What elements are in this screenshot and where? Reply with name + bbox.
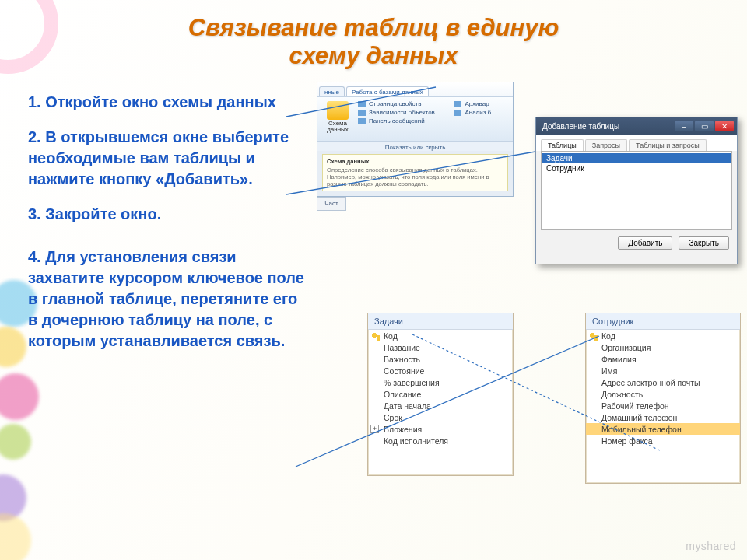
field-row[interactable]: Дата начала: [368, 400, 513, 411]
dialog-tab-queries[interactable]: Запросы: [585, 139, 627, 151]
step-3: 3. Закройте окно.: [28, 204, 308, 225]
watermark: myshared: [686, 540, 736, 552]
ribbon-item-anal[interactable]: Анализ б: [454, 108, 510, 117]
field-row[interactable]: Должность: [586, 388, 740, 400]
ribbon-small-buttons: Страница свойств Зависимости объектов Па…: [358, 100, 451, 141]
dialog-title: Добавление таблицы: [542, 122, 619, 131]
ribbon-side-fragment: Част: [317, 197, 346, 211]
tooltip-title: Схема данных: [327, 158, 503, 165]
dialog-tab-tables[interactable]: Таблицы: [541, 139, 584, 151]
field-row[interactable]: Состояние: [368, 365, 513, 376]
field-row[interactable]: Организация: [586, 341, 740, 353]
fieldlist-title: Сотрудник: [586, 313, 740, 330]
decorative-blob: [0, 424, 31, 460]
ribbon-item-arch[interactable]: Архивар: [454, 100, 510, 108]
ribbon-tab-database-tools[interactable]: Работа с базами данных: [346, 86, 429, 96]
add-table-dialog: Добавление таблицы – ▭ ✕ Таблицы Запросы…: [535, 117, 738, 264]
field-row[interactable]: Имя: [586, 365, 740, 376]
field-row[interactable]: + Вложения: [368, 423, 513, 435]
field-row[interactable]: Срок: [368, 411, 513, 423]
step-2: 2. В открывшемся окне выберите необходим…: [28, 127, 308, 190]
field-row[interactable]: Код исполнителя: [368, 435, 513, 446]
window-buttons: – ▭ ✕: [675, 121, 734, 131]
ribbon-toolrow: Схема данных Страница свойств Зависимост…: [317, 96, 513, 142]
field-row[interactable]: Рабочий телефон: [586, 400, 740, 411]
expand-icon[interactable]: +: [370, 425, 379, 433]
close-icon[interactable]: ✕: [715, 121, 734, 131]
field-row[interactable]: Код: [586, 330, 740, 341]
list-item[interactable]: Задачи: [542, 153, 731, 163]
decorative-blob: [0, 327, 26, 367]
instruction-list: 1. Откройте окно схемы данных 2. В откры…: [28, 92, 308, 366]
title-line-2: схему данных: [289, 42, 458, 69]
field-row[interactable]: Описание: [368, 388, 513, 400]
add-button[interactable]: Добавить: [618, 236, 672, 250]
step-1: 1. Откройте окно схемы данных: [28, 92, 308, 113]
field-row[interactable]: Код: [368, 330, 513, 341]
step-4: 4. Для установления связи захватите курс…: [28, 247, 308, 352]
schema-button-label: Схема данных: [327, 120, 349, 133]
dialog-listbox[interactable]: Задачи Сотрудник: [541, 151, 732, 230]
ribbon-tab-data[interactable]: нные: [319, 86, 345, 96]
ribbon-item-msgs[interactable]: Панель сообщений: [358, 117, 451, 125]
dialog-tabs: Таблицы Запросы Таблицы и запросы: [536, 135, 737, 151]
ribbon-screenshot: нные Работа с базами данных Схема данных…: [317, 82, 514, 197]
slide-title: Связывание таблиц в единую схему данных: [0, 0, 747, 69]
table-fieldlist-employee[interactable]: Сотрудник Код Организация Фамилия Имя Ад…: [585, 313, 741, 484]
minimize-icon[interactable]: –: [675, 121, 693, 131]
title-line-1: Связывание таблиц в единую: [188, 14, 559, 41]
ribbon-item-deps[interactable]: Зависимости объектов: [358, 108, 451, 117]
table-fieldlist-tasks[interactable]: Задачи Код Название Важность Состояние %…: [367, 313, 514, 476]
field-label: Вложения: [384, 425, 422, 434]
field-row[interactable]: Адрес электронной почты: [586, 376, 740, 388]
dialog-titlebar[interactable]: Добавление таблицы – ▭ ✕: [536, 117, 737, 135]
field-row[interactable]: Мобильный телефон: [586, 423, 740, 435]
field-row[interactable]: Номер факса: [586, 435, 740, 446]
maximize-icon[interactable]: ▭: [695, 121, 714, 131]
ribbon-tooltip: Схема данных Определение способа связыва…: [322, 154, 508, 191]
ribbon-small-buttons-2: Архивар Анализ б: [454, 100, 510, 141]
ribbon-group-caption: Показать или скрыть: [317, 142, 513, 151]
schema-icon: [327, 101, 349, 120]
schema-button[interactable]: Схема данных: [321, 100, 355, 141]
field-row[interactable]: Домашний телефон: [586, 411, 740, 423]
field-row[interactable]: % завершения: [368, 376, 513, 388]
tooltip-body: Определение способа связывания данных в …: [327, 166, 489, 187]
field-row[interactable]: Важность: [368, 353, 513, 365]
dialog-tab-both[interactable]: Таблицы и запросы: [629, 139, 707, 151]
dialog-button-row: Добавить Закрыть: [536, 230, 737, 256]
field-row[interactable]: Название: [368, 341, 513, 353]
decorative-blob: [0, 373, 39, 420]
fieldlist-title: Задачи: [368, 313, 513, 330]
decorative-blob: [0, 513, 31, 560]
ribbon-tabs: нные Работа с базами данных: [317, 82, 513, 96]
close-button[interactable]: Закрыть: [679, 236, 729, 250]
ribbon-item-props[interactable]: Страница свойств: [358, 100, 451, 108]
list-item[interactable]: Сотрудник: [542, 163, 731, 173]
field-row[interactable]: Фамилия: [586, 353, 740, 365]
